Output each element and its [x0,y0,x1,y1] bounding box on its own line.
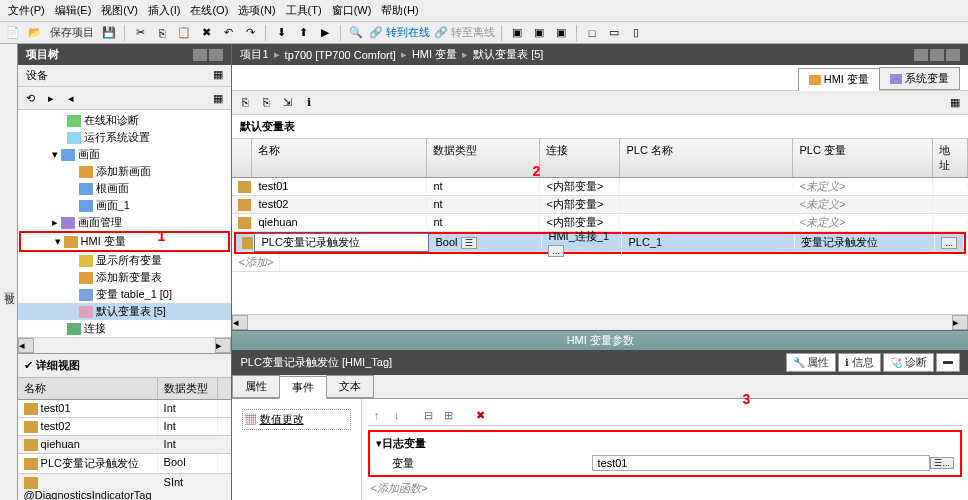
tool-icon-2[interactable]: ▣ [530,24,548,42]
tree-expand-icon[interactable]: ▸ [42,89,60,107]
tree-root-screen[interactable]: 根画面 [18,180,232,197]
delete-icon[interactable]: ✖ [197,24,215,42]
detail-row[interactable]: PLC变量记录触发位Bool [18,454,232,474]
menu-help[interactable]: 帮助(H) [377,2,422,19]
paste-icon[interactable]: 📋 [175,24,193,42]
ct-btn1[interactable]: ⎘ [236,93,254,111]
copy-icon[interactable]: ⎘ [153,24,171,42]
tree-screen-1[interactable]: 画面_1 [18,197,232,214]
ct-settings-icon[interactable]: ▦ [946,93,964,111]
layout-icon-1[interactable]: □ [583,24,601,42]
layout-icon-3[interactable]: ▯ [627,24,645,42]
tab-system-tags[interactable]: 系统变量 [879,67,960,90]
menu-online[interactable]: 在线(O) [186,2,232,19]
search-icon[interactable]: 🔍 [347,24,365,42]
redo-icon[interactable]: ↷ [241,24,259,42]
menu-file[interactable]: 文件(P) [4,2,49,19]
plcvar-picker-icon[interactable]: ... [941,237,957,249]
tree-add-tag-table[interactable]: 添加新变量表 [18,269,232,286]
tree-screens[interactable]: ▾画面 [18,146,232,163]
event-log-variable[interactable]: ▾ 日志变量 [374,434,956,453]
menu-view[interactable]: 视图(V) [97,2,142,19]
bc-table[interactable]: 默认变量表 [5] [473,47,543,62]
device-view-toggle-icon[interactable]: ▦ [213,68,223,83]
grid-hscroll[interactable]: ◂▸ [232,314,968,330]
menu-insert[interactable]: 插入(I) [144,2,184,19]
hmi-tag-params-divider[interactable]: HMI 变量参数 [232,330,968,350]
menu-edit[interactable]: 编辑(E) [51,2,96,19]
menu-window[interactable]: 窗口(W) [328,2,376,19]
tag-row[interactable]: test02nt<内部变量><未定义> [232,196,968,214]
tree-default-tag-table[interactable]: 默认变量表 [5] [18,303,232,320]
bc-device[interactable]: tp700 [TP700 Comfort] [285,49,396,61]
new-project-icon[interactable]: 📄 [4,24,22,42]
min-icon[interactable] [914,49,928,61]
detail-grid: 名称数据类型 test01Int test02Int qiehuanInt PL… [18,377,232,500]
side-tab-vertical[interactable]: 可被 [0,44,18,500]
event-var-picker-icon[interactable]: ☰... [930,457,954,469]
prop-collapse-icon[interactable]: ▬ [936,353,960,372]
tag-row[interactable]: test01nt<内部变量><未定义> [232,178,968,196]
subtab-texts[interactable]: 文本 [326,375,374,398]
event-add-function[interactable]: <添加函数> [368,479,962,498]
ev-down-icon[interactable]: ↓ [388,407,404,423]
prop-tab-diag[interactable]: 🩺 诊断 [883,353,934,372]
tree-runtime-settings[interactable]: 运行系统设置 [18,129,232,146]
upload-icon[interactable]: ⬆ [294,24,312,42]
detail-row[interactable]: test02Int [18,418,232,436]
detail-grid-header: 名称数据类型 [18,378,232,400]
tree-online-diag[interactable]: 在线和诊断 [18,112,232,129]
open-project-icon[interactable]: 📂 [26,24,44,42]
tool-icon-3[interactable]: ▣ [552,24,570,42]
conn-picker-icon[interactable]: ... [548,245,564,257]
tree-screen-mgmt[interactable]: ▸画面管理 [18,214,232,231]
tool-icon-1[interactable]: ▣ [508,24,526,42]
tree-nav-icon[interactable]: ⟲ [22,89,40,107]
close-icon[interactable] [946,49,960,61]
pin-icon[interactable] [209,49,223,61]
prop-tab-properties[interactable]: 🔧 属性 [786,353,837,372]
subtab-attributes[interactable]: 属性 [232,375,280,398]
tab-hmi-tags[interactable]: HMI 变量 [798,68,880,91]
max-icon[interactable] [930,49,944,61]
cut-icon[interactable]: ✂ [131,24,149,42]
subtab-events[interactable]: 事件 [279,376,327,399]
event-variable-input[interactable] [592,455,930,471]
compile-icon[interactable]: ▶ [316,24,334,42]
detail-row[interactable]: test01Int [18,400,232,418]
event-value-change[interactable]: ▦ 数值更改 [242,409,351,430]
go-online-button[interactable]: 🔗 转到在线 [369,25,430,40]
bc-hmitags[interactable]: HMI 变量 [412,47,457,62]
tree-add-screen[interactable]: 添加新画面 [18,163,232,180]
ev-indent-icon[interactable]: ⊟ [420,407,436,423]
detail-row[interactable]: @DiagnosticsIndicatorTagSInt [18,474,232,500]
tree-collapse-icon[interactable]: ◂ [62,89,80,107]
ev-up-icon[interactable]: ↑ [368,407,384,423]
layout-icon-2[interactable]: ▭ [605,24,623,42]
tree-connections[interactable]: 连接 [18,320,232,337]
tree-hscroll[interactable]: ◂▸ [18,337,232,353]
bc-project[interactable]: 项目1 [240,47,268,62]
collapse-icon[interactable] [193,49,207,61]
undo-icon[interactable]: ↶ [219,24,237,42]
tag-row-selected[interactable]: PLC变量记录触发位 Bool ☰ HMI_连接_1 ... PLC_1 变量记… [236,234,964,252]
tree-opts-icon[interactable]: ▦ [209,89,227,107]
ct-name-icon[interactable]: ℹ [300,94,318,112]
tree-show-all-tags[interactable]: 显示所有变量 [18,252,232,269]
detail-row[interactable]: qiehuanInt [18,436,232,454]
download-icon[interactable]: ⬇ [272,24,290,42]
ev-outdent-icon[interactable]: ⊞ [440,407,456,423]
menu-options[interactable]: 选项(N) [234,2,279,19]
save-project-button[interactable]: 保存项目 [48,25,96,40]
tree-tag-table-1[interactable]: 变量 table_1 [0] [18,286,232,303]
event-variable-row[interactable]: 变量 ☰... [374,453,956,473]
ct-btn2[interactable]: ⎘ [258,93,276,111]
ct-export-icon[interactable]: ⇲ [279,94,297,112]
ev-delete-icon[interactable]: ✖ [472,407,488,423]
menu-tools[interactable]: 工具(T) [282,2,326,19]
go-offline-button[interactable]: 🔗 转至离线 [434,25,495,40]
save-icon[interactable]: 💾 [100,24,118,42]
prop-tab-info[interactable]: ℹ 信息 [838,353,881,372]
tree-hmi-tags[interactable]: ▾HMI 变量 [19,231,231,252]
dtype-picker-icon[interactable]: ☰ [461,237,477,249]
